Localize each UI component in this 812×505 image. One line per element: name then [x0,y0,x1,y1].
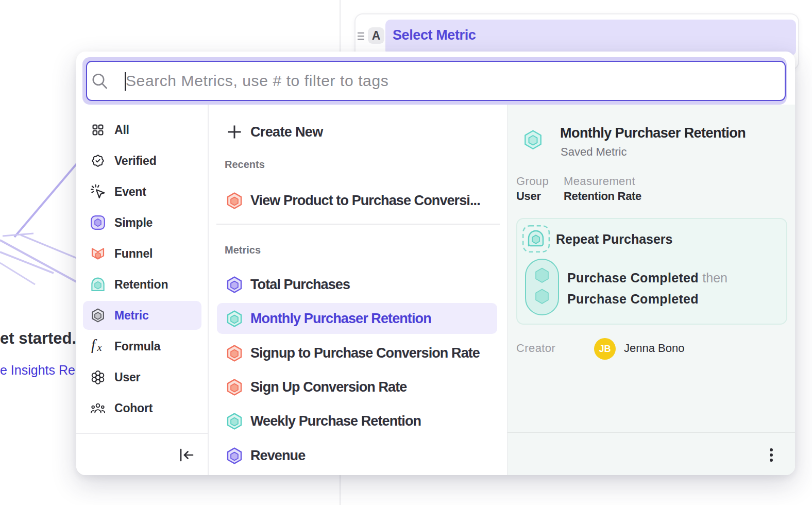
svg-text:x: x [97,341,102,352]
svg-text:f: f [91,339,97,353]
